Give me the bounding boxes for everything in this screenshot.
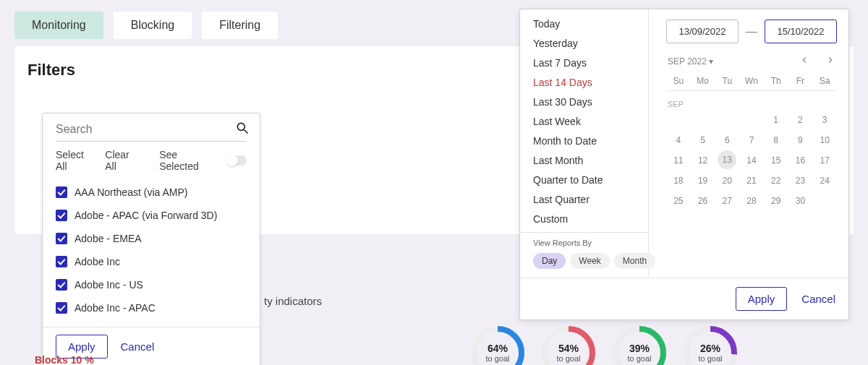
select-all-link[interactable]: Select All [56,149,96,172]
calendar-day[interactable]: 16 [788,150,813,171]
calendar-day[interactable]: 12 [691,150,715,171]
calendar-day[interactable]: 20 [715,171,739,191]
calendar-day[interactable]: 24 [812,171,837,191]
filter-popover: Select All Clear All See Selected AAA No… [42,113,260,365]
calendar-day[interactable]: 14 [739,150,764,171]
list-item[interactable]: Adobe Inc - US [56,273,251,296]
see-selected-toggle[interactable] [227,155,247,166]
view-by-label: View Reports By [533,239,648,247]
checkbox-icon[interactable] [56,210,67,221]
goal-donut: 64%to goal [469,324,527,365]
calendar-day[interactable]: 17 [812,150,837,171]
checkbox-icon[interactable] [56,186,67,198]
indicator-text-fragment: ty indicators [264,295,322,307]
blocks-text: Blocks 10 % [35,354,94,365]
view-by-chip[interactable]: Week [570,253,609,269]
tab-filtering[interactable]: Filtering [202,12,278,39]
list-item[interactable]: AAA Northeast (via AMP) [56,181,251,204]
filter-list: AAA Northeast (via AMP) Adobe - APAC (vi… [43,176,260,327]
prev-month-icon[interactable] [799,55,809,67]
date-apply-button[interactable]: Apply [736,287,788,311]
dow-row: SuMoTuWnThFrSa [666,76,837,91]
calendar-day[interactable]: 6 [715,130,739,150]
svg-line-1 [244,130,248,134]
checkbox-icon[interactable] [56,302,67,314]
search-input[interactable] [56,123,235,136]
calendar-day[interactable]: 30 [788,191,813,211]
calendar-day[interactable]: 22 [764,171,788,191]
see-selected-label: See Selected [159,149,218,172]
goal-donut: 39%to goal [610,324,668,365]
date-range-panel: TodayYesterdayLast 7 DaysLast 14 DaysLas… [519,9,849,320]
calendar-day[interactable]: 5 [691,130,715,150]
preset-list: TodayYesterdayLast 7 DaysLast 14 DaysLas… [520,9,648,232]
date-cancel-link[interactable]: Cancel [801,293,835,305]
goals-row: 64%to goal 54%to goal 39%to goal 26%to g… [469,324,739,365]
preset-option[interactable]: Quarter to Date [533,174,648,186]
calendar-grid: 1234567891011121314151617181920212223242… [666,110,837,211]
calendar-day[interactable]: 9 [788,130,813,150]
checkbox-icon[interactable] [56,233,67,244]
next-month-icon[interactable] [825,55,835,67]
list-item[interactable]: Adobe - APAC (via Forward 3D) [56,204,251,227]
preset-option[interactable]: Last 7 Days [533,57,648,69]
preset-option[interactable]: Last 30 Days [533,96,648,108]
calendar-day[interactable]: 26 [691,191,715,211]
calendar-day[interactable]: 7 [739,130,764,150]
preset-option[interactable]: Custom [533,213,648,225]
preset-option[interactable]: Last 14 Days [533,77,648,88]
checkbox-icon[interactable] [56,279,67,291]
month-label[interactable]: SEP 2022 ▾ [668,56,713,66]
calendar-day[interactable]: 28 [739,191,764,211]
preset-option[interactable]: Today [533,18,648,30]
tab-monitoring[interactable]: Monitoring [14,12,103,39]
calendar-day[interactable]: 10 [812,130,837,150]
calendar-day[interactable]: 1 [764,110,788,130]
preset-option[interactable]: Month to Date [533,135,648,147]
date-start-input[interactable]: 13/09/2022 [666,20,739,43]
view-by-segment: DayWeekMonth [533,253,648,269]
goal-donut: 26%to goal [681,324,739,365]
preset-option[interactable]: Last Week [533,116,648,127]
preset-option[interactable]: Last Month [533,155,648,166]
calendar-day[interactable]: 13 [715,150,739,171]
calendar-day[interactable]: 11 [666,150,691,171]
checkbox-icon[interactable] [56,256,67,267]
svg-point-0 [237,123,244,130]
calendar-day[interactable]: 23 [788,171,813,191]
tab-blocking[interactable]: Blocking [114,12,192,39]
chevron-down-icon: ▾ [709,56,713,66]
list-item[interactable]: Adobe Inc - APAC [56,296,251,319]
calendar-day[interactable]: 25 [666,191,691,211]
calendar-day[interactable]: 3 [812,110,837,130]
goal-donut: 54%to goal [540,324,597,365]
clear-all-link[interactable]: Clear All [105,149,142,172]
preset-option[interactable]: Yesterday [533,38,648,49]
week-label: SEP [666,97,837,110]
date-dash: — [746,25,757,38]
list-item[interactable]: Adobe - EMEA [56,227,251,250]
list-item[interactable]: Adobe Inc [56,250,251,273]
calendar-day[interactable]: 2 [788,110,813,130]
search-icon[interactable] [235,121,250,138]
calendar-day[interactable]: 4 [666,130,691,150]
calendar-day[interactable]: 21 [739,171,764,191]
calendar-day[interactable]: 18 [666,171,691,191]
calendar-day[interactable]: 19 [691,171,715,191]
calendar-day[interactable]: 15 [764,150,788,171]
preset-option[interactable]: Last Quarter [533,194,648,205]
calendar-day[interactable]: 29 [764,191,788,211]
calendar-day[interactable]: 27 [715,191,739,211]
view-by-chip[interactable]: Day [533,253,566,269]
filter-cancel-link[interactable]: Cancel [121,340,155,353]
date-end-input[interactable]: 15/10/2022 [765,20,837,43]
calendar-day[interactable]: 8 [764,130,788,150]
